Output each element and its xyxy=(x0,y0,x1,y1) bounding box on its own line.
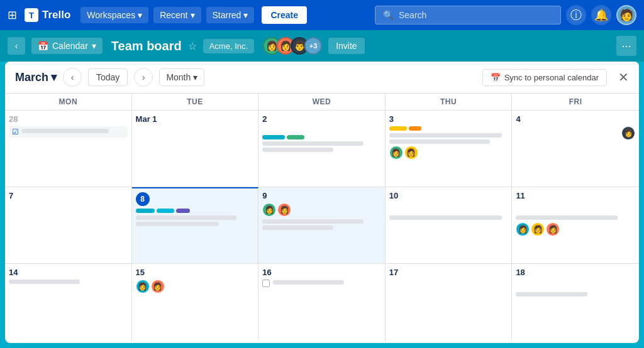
cell-4-avatars: 👩 xyxy=(516,126,635,140)
date-14: 14 xyxy=(9,268,128,277)
event-bar-yellow xyxy=(389,126,407,131)
close-calendar-button[interactable]: ✕ xyxy=(618,70,629,85)
cal-cell-11[interactable]: 11 👩 👩 👩 xyxy=(512,187,639,263)
date-mar1: Mar 1 xyxy=(136,114,255,124)
star-board-button[interactable]: ☆ xyxy=(188,40,197,52)
calendar-sync-icon: 📅 xyxy=(491,73,501,82)
date-8: 8 xyxy=(136,192,255,206)
calendar-body: 28 ☑ Mar 1 2 xyxy=(5,111,639,340)
avatar-cell11-3[interactable]: 👩 xyxy=(546,222,560,236)
invite-button[interactable]: Invite xyxy=(328,38,364,54)
cal-cell-18[interactable]: 18 xyxy=(512,264,639,340)
chevron-down-icon: ▾ xyxy=(191,10,195,20)
chevron-down-icon: ▾ xyxy=(92,41,96,51)
calendar-row-3: 14 15 👩 👩 16 xyxy=(5,264,639,340)
calendar-header-row: MON TUE WED THU FRI xyxy=(5,94,639,111)
user-avatar[interactable]: 🧑 xyxy=(616,5,636,25)
event-bar-teal xyxy=(262,135,285,139)
calendar-area: March ▾ ‹ Today › Month ▾ 📅 Sync to pers… xyxy=(5,62,639,343)
workspace-tag[interactable]: Acme, Inc. xyxy=(203,39,254,53)
cal-cell-7[interactable]: 7 xyxy=(5,187,132,263)
month-selector[interactable]: March ▾ xyxy=(15,70,57,84)
date-9: 9 xyxy=(262,191,381,200)
info-button[interactable]: ⓘ xyxy=(566,5,586,25)
event-bar-teal-8 xyxy=(136,209,155,213)
cal-cell-4[interactable]: 4 👩 xyxy=(512,111,639,187)
cell-9-avatars: 👩 👩 xyxy=(262,203,381,217)
date-10: 10 xyxy=(389,191,508,200)
grid-icon[interactable]: ⊞ xyxy=(8,8,17,22)
cal-cell-mar1[interactable]: Mar 1 xyxy=(132,111,259,187)
chevron-down-icon: ▾ xyxy=(51,70,57,84)
card-mon28-1[interactable]: ☑ xyxy=(9,126,128,138)
month-navigation: March ▾ xyxy=(15,70,57,84)
avatar-cell15-2[interactable]: 👩 xyxy=(151,280,165,293)
search-bar[interactable]: 🔍 xyxy=(375,6,561,24)
prev-month-button[interactable]: ‹ xyxy=(63,68,82,87)
event-bar-purple-8 xyxy=(176,209,190,213)
calendar-grid: MON TUE WED THU FRI 28 ☑ xyxy=(5,94,639,340)
date-28: 28 xyxy=(9,114,128,124)
member-count-badge[interactable]: +3 xyxy=(304,37,322,55)
collapse-sidebar-button[interactable]: ‹ xyxy=(8,37,25,55)
date-2: 2 xyxy=(262,114,381,124)
cal-cell-3[interactable]: 3 👩 👩 xyxy=(386,111,513,187)
date-18: 18 xyxy=(516,268,635,277)
avatar-cell3-2[interactable]: 👩 xyxy=(404,146,418,160)
avatar-cell3-1[interactable]: 👩 xyxy=(389,146,403,160)
checkbox-icon: ☑ xyxy=(12,128,19,136)
event-bar-green xyxy=(287,135,304,139)
chevron-down-icon: ▾ xyxy=(193,72,197,82)
cal-cell-28[interactable]: 28 ☑ xyxy=(5,111,132,187)
trello-wordmark: Trello xyxy=(42,9,70,21)
search-input[interactable] xyxy=(399,10,553,20)
notifications-button[interactable]: 🔔 xyxy=(591,5,611,25)
trello-logo[interactable]: T Trello xyxy=(25,8,70,22)
calendar-row-1: 28 ☑ Mar 1 2 xyxy=(5,111,639,187)
starred-menu[interactable]: Starred ▾ xyxy=(206,7,255,23)
day-header-wed: WED xyxy=(258,94,386,110)
next-month-button[interactable]: › xyxy=(134,68,153,87)
date-17: 17 xyxy=(389,268,508,277)
view-selector[interactable]: Month ▾ xyxy=(159,68,204,86)
avatar-cell11-2[interactable]: 👩 xyxy=(531,222,545,236)
cal-cell-17[interactable]: 17 xyxy=(386,264,513,340)
calendar-row-2: 7 8 xyxy=(5,187,639,264)
board-header: ‹ 📅 Calendar ▾ Team board ☆ Acme, Inc. 👩… xyxy=(0,30,644,62)
avatar-cell15-1[interactable]: 👩 xyxy=(136,280,150,293)
cal-cell-10[interactable]: 10 xyxy=(386,187,513,263)
cell-3-avatars: 👩 👩 xyxy=(389,146,508,160)
today-button[interactable]: Today xyxy=(88,68,128,86)
trello-logo-box: T xyxy=(25,8,38,22)
cal-cell-2[interactable]: 2 xyxy=(258,111,386,187)
event-bar-blue-8 xyxy=(157,209,174,213)
calendar-icon: 📅 xyxy=(38,41,48,51)
member-avatars: 👩 👩 👨 +3 xyxy=(263,37,322,55)
cal-cell-15[interactable]: 15 👩 👩 xyxy=(132,264,259,340)
day-header-mon: MON xyxy=(5,94,132,110)
cal-cell-14[interactable]: 14 xyxy=(5,264,132,340)
avatar-cell9-2[interactable]: 👩 xyxy=(277,203,291,217)
date-3: 3 xyxy=(389,114,508,124)
avatar-cell4-1[interactable]: 👩 xyxy=(621,126,635,140)
event-bar-orange xyxy=(409,126,421,131)
cal-cell-16[interactable]: 16 xyxy=(258,264,386,340)
board-title: Team board xyxy=(111,39,182,53)
top-navigation: ⊞ T Trello Workspaces ▾ Recent ▾ Starred… xyxy=(0,0,644,30)
create-button[interactable]: Create xyxy=(262,6,307,24)
recent-menu[interactable]: Recent ▾ xyxy=(153,7,201,23)
search-icon: 🔍 xyxy=(383,10,394,20)
cal-cell-9[interactable]: 9 👩 👩 xyxy=(258,187,386,263)
day-header-thu: THU xyxy=(386,94,513,110)
workspaces-menu[interactable]: Workspaces ▾ xyxy=(80,7,148,23)
avatar-cell11-1[interactable]: 👩 xyxy=(516,222,530,236)
calendar-view-toggle[interactable]: 📅 Calendar ▾ xyxy=(31,38,103,54)
cal-cell-8[interactable]: 8 xyxy=(132,187,259,263)
date-4: 4 xyxy=(516,114,635,124)
avatar-cell9-1[interactable]: 👩 xyxy=(262,203,276,217)
day-header-fri: FRI xyxy=(512,94,639,110)
more-options-button[interactable]: ··· xyxy=(616,36,636,56)
date-7: 7 xyxy=(9,191,128,200)
sync-calendar-button[interactable]: 📅 Sync to personal calendar xyxy=(482,69,607,86)
date-11: 11 xyxy=(516,191,635,200)
